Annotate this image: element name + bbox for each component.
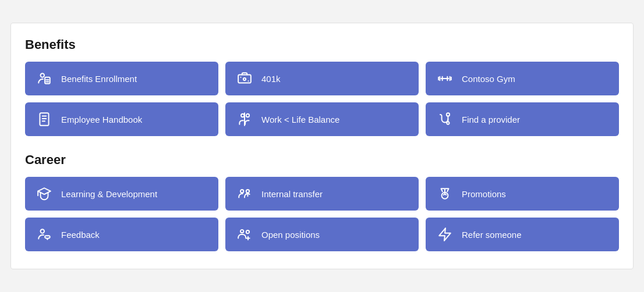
handbook-icon <box>36 111 53 128</box>
grid-benefits: Benefits Enrollment401kContoso GymEmploy… <box>25 62 619 136</box>
card-feedback[interactable]: Feedback <box>25 218 218 251</box>
section-title-career: Career <box>25 152 619 168</box>
card-label-benefits-enrollment: Benefits Enrollment <box>61 74 137 84</box>
money-icon <box>236 70 253 87</box>
card-label-contoso-gym: Contoso Gym <box>462 74 515 84</box>
card-label-401k: 401k <box>261 74 281 84</box>
card-refer-someone[interactable]: Refer someone <box>426 218 619 251</box>
card-label-find-a-provider: Find a provider <box>462 115 520 124</box>
card-label-internal-transfer: Internal transfer <box>261 189 323 199</box>
card-label-feedback: Feedback <box>61 230 100 240</box>
card-internal-transfer[interactable]: Internal transfer <box>225 177 419 211</box>
open-positions-icon <box>236 226 253 243</box>
card-open-positions[interactable]: Open positions <box>225 218 419 251</box>
card-label-learning-development: Learning & Development <box>61 189 157 199</box>
stethoscope-icon <box>436 111 454 128</box>
person-badge-icon <box>36 70 53 87</box>
section-career: CareerLearning & DevelopmentInternal tra… <box>25 152 619 251</box>
card-learning-development[interactable]: Learning & Development <box>25 177 218 211</box>
section-benefits: BenefitsBenefits Enrollment401kContoso G… <box>25 37 619 136</box>
card-label-employee-handbook: Employee Handbook <box>61 115 142 124</box>
section-title-benefits: Benefits <box>25 37 619 52</box>
card-label-work-life-balance: Work < Life Balance <box>261 115 339 124</box>
page-container: BenefitsBenefits Enrollment401kContoso G… <box>10 23 634 269</box>
card-work-life-balance[interactable]: Work < Life Balance <box>225 102 419 136</box>
card-contoso-gym[interactable]: Contoso Gym <box>426 62 619 95</box>
card-benefits-enrollment[interactable]: Benefits Enrollment <box>25 62 218 95</box>
medal-icon <box>436 185 454 202</box>
card-401k[interactable]: 401k <box>225 62 419 95</box>
transfer-icon <box>236 185 253 202</box>
card-employee-handbook[interactable]: Employee Handbook <box>25 102 218 136</box>
card-promotions[interactable]: Promotions <box>426 177 619 211</box>
card-label-refer-someone: Refer someone <box>462 230 522 240</box>
work-life-icon <box>236 111 253 128</box>
bolt-icon <box>436 226 454 243</box>
gym-icon <box>436 70 454 87</box>
feedback-icon <box>36 226 53 243</box>
card-label-promotions: Promotions <box>462 189 506 199</box>
learning-icon <box>36 185 53 202</box>
grid-career: Learning & DevelopmentInternal transferP… <box>25 177 619 251</box>
card-find-a-provider[interactable]: Find a provider <box>426 102 619 136</box>
card-label-open-positions: Open positions <box>261 230 320 240</box>
